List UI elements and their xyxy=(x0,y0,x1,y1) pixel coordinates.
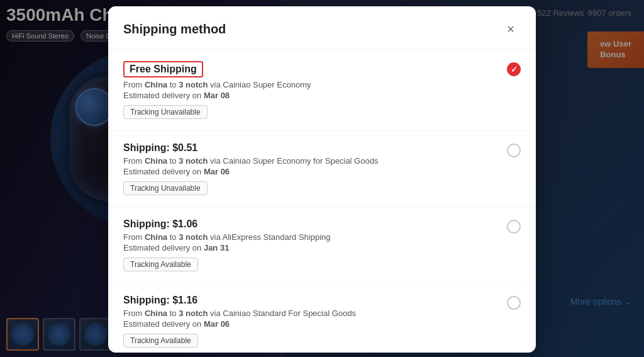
option-name-1: Shipping: $0.51 xyxy=(123,142,497,154)
option-content-1: Shipping: $0.51 From China to 3 notch vi… xyxy=(123,142,497,195)
shipping-option-0[interactable]: Free Shipping From China to 3 notch via … xyxy=(108,50,536,131)
delivery-date-2: Jan 31 xyxy=(204,243,229,252)
detail-via-2: via AliExpress Standard Shipping xyxy=(210,232,331,242)
modal-title: Shipping method xyxy=(123,22,226,37)
shipping-option-1[interactable]: Shipping: $0.51 From China to 3 notch vi… xyxy=(108,131,536,207)
checkmark-icon-0: ✓ xyxy=(511,65,518,74)
option-detail-0: From China to 3 notch via Cainiao Super … xyxy=(123,80,497,89)
detail-from-2: From xyxy=(123,232,142,242)
option-delivery-3: Estimated delivery on Mar 06 xyxy=(123,319,497,329)
detail-to-1: to xyxy=(170,156,177,166)
option-delivery-1: Estimated delivery on Mar 06 xyxy=(123,167,497,176)
detail-origin-0: China xyxy=(145,80,167,89)
delivery-prefix-2: Estimated delivery on xyxy=(123,243,201,252)
option-name-3: Shipping: $1.16 xyxy=(123,295,497,306)
detail-from-1: From xyxy=(123,156,142,166)
detail-dest-3: 3 notch xyxy=(179,309,208,318)
option-content-3: Shipping: $1.16 From China to 3 notch vi… xyxy=(123,295,497,348)
option-delivery-0: Estimated delivery on Mar 08 xyxy=(123,91,497,100)
detail-origin-2: China xyxy=(145,232,167,242)
detail-dest-0: 3 notch xyxy=(179,80,208,89)
tracking-badge-2: Tracking Available xyxy=(123,258,198,271)
delivery-date-3: Mar 06 xyxy=(204,319,230,329)
detail-via-0: via Cainiao Super Economy xyxy=(210,80,311,89)
delivery-date-0: Mar 08 xyxy=(204,91,230,100)
detail-via-1: via Cainiao Super Economy for Special Go… xyxy=(210,156,378,166)
detail-via-3: via Cainiao Standard For Special Goods xyxy=(210,309,356,318)
shipping-modal: Shipping method × Free Shipping From Chi… xyxy=(108,6,536,353)
detail-to-2: to xyxy=(170,232,177,242)
modal-header: Shipping method × xyxy=(108,6,536,50)
modal-overlay[interactable]: Shipping method × Free Shipping From Chi… xyxy=(0,0,644,357)
detail-origin-3: China xyxy=(145,309,167,318)
detail-dest-2: 3 notch xyxy=(179,232,208,242)
radio-btn-2[interactable] xyxy=(507,220,521,234)
radio-btn-0[interactable]: ✓ xyxy=(507,62,521,76)
detail-from-0: From xyxy=(123,80,142,89)
delivery-prefix-3: Estimated delivery on xyxy=(123,319,201,329)
option-detail-3: From China to 3 notch via Cainiao Standa… xyxy=(123,309,497,318)
detail-from-3: From xyxy=(123,309,142,318)
delivery-prefix-0: Estimated delivery on xyxy=(123,91,201,100)
option-delivery-2: Estimated delivery on Jan 31 xyxy=(123,243,497,252)
option-detail-2: From China to 3 notch via AliExpress Sta… xyxy=(123,232,497,242)
shipping-option-3[interactable]: Shipping: $1.16 From China to 3 notch vi… xyxy=(108,283,536,353)
tracking-badge-1: Tracking Unavailable xyxy=(123,181,208,195)
delivery-date-1: Mar 06 xyxy=(204,167,230,176)
tracking-badge-0: Tracking Unavailable xyxy=(123,105,208,119)
close-button[interactable]: × xyxy=(501,19,521,39)
detail-origin-1: China xyxy=(145,156,167,166)
option-detail-1: From China to 3 notch via Cainiao Super … xyxy=(123,156,497,166)
option-name-0: Free Shipping xyxy=(123,61,203,77)
radio-btn-3[interactable] xyxy=(507,296,521,310)
tracking-badge-3: Tracking Available xyxy=(123,334,198,348)
option-content-2: Shipping: $1.06 From China to 3 notch vi… xyxy=(123,218,497,271)
delivery-prefix-1: Estimated delivery on xyxy=(123,167,201,176)
radio-btn-1[interactable] xyxy=(507,144,521,157)
option-content-0: Free Shipping From China to 3 notch via … xyxy=(123,61,497,119)
detail-dest-1: 3 notch xyxy=(179,156,208,166)
detail-to-3: to xyxy=(170,309,177,318)
shipping-option-2[interactable]: Shipping: $1.06 From China to 3 notch vi… xyxy=(108,207,536,283)
option-name-2: Shipping: $1.06 xyxy=(123,218,497,230)
detail-to-0: to xyxy=(170,80,177,89)
